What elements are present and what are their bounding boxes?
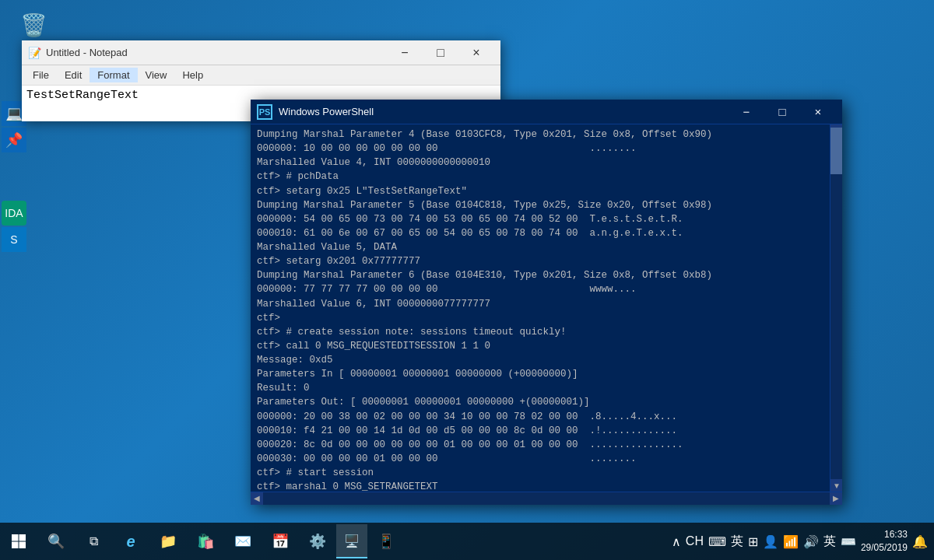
ps-vertical-scrollbar[interactable]: ▲ ▼ <box>830 124 842 492</box>
notepad-menubar: File Edit Format View Help <box>22 65 500 86</box>
taskbar-search-button[interactable]: 🔍 <box>37 523 75 560</box>
menu-file[interactable]: File <box>25 68 57 82</box>
svg-rect-1 <box>19 534 26 541</box>
ps-titlebar: PS Windows PowerShell − □ × <box>251 100 842 124</box>
notepad-titlebar: 📝 Untitled - Notepad − □ × <box>22 40 500 65</box>
sidebar-app-icon-4[interactable]: S <box>2 227 26 252</box>
menu-view[interactable]: View <box>138 68 175 82</box>
taskbar-mail-button[interactable]: ✉️ <box>224 523 262 560</box>
notepad-title: Untitled - Notepad <box>46 47 387 58</box>
sidebar-app-icon-2[interactable]: 📌 <box>2 128 26 152</box>
taskbar-taskview-button[interactable]: ⧉ <box>75 523 112 560</box>
tray-notification-icon[interactable]: 🔔 <box>912 534 928 549</box>
tray-grid-icon[interactable]: ⊞ <box>748 534 758 549</box>
taskbar-edge-button[interactable]: e <box>112 523 149 560</box>
notepad-maximize-button[interactable]: □ <box>423 40 458 65</box>
ps-terminal[interactable]: Dumping Marshal Parameter 4 (Base 0103CF… <box>251 124 830 492</box>
tray-ime-icon[interactable]: 英 <box>731 534 743 550</box>
ps-titlebar-buttons: − □ × <box>729 100 836 124</box>
ps-scroll-down-button[interactable]: ▼ <box>830 479 842 492</box>
tray-volume-icon[interactable]: 🔊 <box>803 534 819 549</box>
taskbar-store-button[interactable]: 🛍️ <box>187 523 224 560</box>
ps-scroll-track <box>263 492 830 505</box>
taskbar-explorer-button[interactable]: 📁 <box>149 523 187 560</box>
svg-rect-3 <box>19 542 26 549</box>
sidebar-app-icon-3[interactable]: IDA <box>2 201 26 226</box>
notepad-title-icon: 📝 <box>28 47 41 59</box>
clock-time: 16:33 <box>861 528 908 541</box>
tray-chevron-icon[interactable]: ∧ <box>672 534 681 549</box>
taskbar: 🔍 ⧉ e 📁 🛍️ ✉️ 📅 ⚙️ 🖥️ <box>0 523 934 560</box>
tray-language-icon[interactable]: CH <box>686 534 704 548</box>
taskbar-calendar-button[interactable]: 📅 <box>262 523 299 560</box>
taskbar-settings-button[interactable]: ⚙️ <box>299 523 336 560</box>
taskbar-tray: ∧ CH ⌨ 英 ⊞ 👤 📶 🔊 英 ⌨️ 16:33 29/05/2019 🔔 <box>665 523 934 560</box>
recycle-bin-image: 🗑️ <box>18 9 49 40</box>
ps-horizontal-scrollbar[interactable]: ◀ ▶ <box>251 492 842 504</box>
clock-date: 29/05/2019 <box>861 541 908 555</box>
tray-network-icon[interactable]: 👤 <box>763 534 778 549</box>
svg-rect-2 <box>12 542 19 549</box>
ps-close-button[interactable]: × <box>800 100 836 124</box>
ps-minimize-button[interactable]: − <box>729 100 764 124</box>
ps-scroll-thumb[interactable] <box>830 128 842 174</box>
notepad-close-button[interactable]: × <box>458 40 494 65</box>
powershell-taskbar-icon: 🖥️ <box>344 534 360 548</box>
taskbar-phone-button[interactable]: 📱 <box>367 523 405 560</box>
start-button[interactable] <box>0 523 37 560</box>
ps-title-icon: PS <box>257 104 272 120</box>
menu-edit[interactable]: Edit <box>57 68 90 82</box>
menu-help[interactable]: Help <box>174 68 211 82</box>
tray-input-icon[interactable]: ⌨️ <box>841 534 856 549</box>
tray-network2-icon[interactable]: 📶 <box>783 534 799 549</box>
desktop: 🗑️ Rec... 💻 📌 IDA S 📝 Untitled - Notepad… <box>0 0 934 560</box>
system-clock[interactable]: 16:33 29/05/2019 <box>861 528 908 555</box>
ps-maximize-button[interactable]: □ <box>764 100 800 124</box>
notepad-minimize-button[interactable]: − <box>387 40 423 65</box>
tray-keyboard-icon[interactable]: ⌨ <box>708 534 726 549</box>
sidebar-apps: 💻 📌 IDA S <box>0 101 28 252</box>
ps-scroll-right-button[interactable]: ▶ <box>830 492 842 505</box>
ps-title-text: Windows PowerShell <box>279 106 729 117</box>
notepad-titlebar-buttons: − □ × <box>387 40 494 65</box>
ps-scroll-left-button[interactable]: ◀ <box>251 492 263 505</box>
svg-rect-0 <box>12 534 19 541</box>
tray-ime2-icon[interactable]: 英 <box>823 534 836 550</box>
windows-logo-icon <box>11 534 26 549</box>
ps-content: Dumping Marshal Parameter 4 (Base 0103CF… <box>251 124 842 492</box>
taskbar-powershell-app[interactable]: 🖥️ <box>336 524 367 558</box>
powershell-window: PS Windows PowerShell − □ × Dumping Mars… <box>251 100 842 504</box>
menu-format[interactable]: Format <box>90 68 137 82</box>
